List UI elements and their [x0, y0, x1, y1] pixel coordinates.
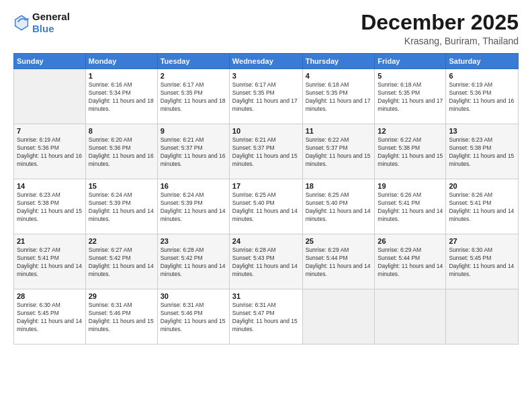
day-number: 27 [449, 237, 515, 245]
calendar-week-1: 1Sunrise: 6:16 AM Sunset: 5:34 PM Daylig… [14, 69, 519, 124]
day-info: Sunrise: 6:17 AM Sunset: 5:35 PM Dayligh… [161, 81, 226, 113]
day-info: Sunrise: 6:21 AM Sunset: 5:37 PM Dayligh… [161, 136, 226, 169]
calendar-week-3: 14Sunrise: 6:23 AM Sunset: 5:38 PM Dayli… [14, 179, 519, 234]
header-sunday: Sunday [14, 54, 86, 69]
header-tuesday: Tuesday [157, 54, 229, 69]
day-number: 31 [232, 292, 300, 300]
day-info: Sunrise: 6:30 AM Sunset: 5:45 PM Dayligh… [449, 246, 515, 279]
day-number: 11 [306, 127, 372, 135]
calendar-cell: 1Sunrise: 6:16 AM Sunset: 5:34 PM Daylig… [85, 69, 157, 124]
calendar-cell: 8Sunrise: 6:20 AM Sunset: 5:36 PM Daylig… [85, 124, 157, 179]
day-info: Sunrise: 6:26 AM Sunset: 5:41 PM Dayligh… [378, 191, 443, 224]
day-number: 17 [232, 182, 300, 190]
calendar-cell: 22Sunrise: 6:27 AM Sunset: 5:42 PM Dayli… [85, 234, 157, 289]
calendar-cell [14, 69, 86, 124]
day-info: Sunrise: 6:20 AM Sunset: 5:36 PM Dayligh… [89, 136, 154, 169]
day-info: Sunrise: 6:24 AM Sunset: 5:39 PM Dayligh… [161, 191, 226, 224]
day-number: 7 [17, 127, 83, 135]
day-number: 8 [89, 127, 154, 135]
calendar-cell: 24Sunrise: 6:28 AM Sunset: 5:43 PM Dayli… [229, 234, 302, 289]
day-number: 24 [232, 237, 300, 245]
page: General Blue December 2025 Krasang, Buri… [0, 0, 532, 411]
day-info: Sunrise: 6:28 AM Sunset: 5:42 PM Dayligh… [161, 246, 226, 279]
day-info: Sunrise: 6:29 AM Sunset: 5:44 PM Dayligh… [306, 246, 372, 279]
header-wednesday: Wednesday [229, 54, 302, 69]
day-number: 2 [161, 72, 226, 80]
day-info: Sunrise: 6:23 AM Sunset: 5:38 PM Dayligh… [449, 136, 515, 169]
calendar-cell: 28Sunrise: 6:30 AM Sunset: 5:45 PM Dayli… [14, 289, 86, 345]
calendar-cell: 19Sunrise: 6:26 AM Sunset: 5:41 PM Dayli… [375, 179, 446, 234]
day-number: 9 [161, 127, 226, 135]
calendar-cell: 4Sunrise: 6:18 AM Sunset: 5:35 PM Daylig… [302, 69, 375, 124]
calendar-cell: 18Sunrise: 6:25 AM Sunset: 5:40 PM Dayli… [302, 179, 375, 234]
calendar-cell: 3Sunrise: 6:17 AM Sunset: 5:35 PM Daylig… [229, 69, 302, 124]
location: Krasang, Buriram, Thailand [361, 36, 519, 46]
day-info: Sunrise: 6:23 AM Sunset: 5:38 PM Dayligh… [17, 191, 83, 224]
calendar-cell: 27Sunrise: 6:30 AM Sunset: 5:45 PM Dayli… [446, 234, 519, 289]
day-number: 10 [232, 127, 300, 135]
day-number: 23 [161, 237, 226, 245]
header-friday: Friday [375, 54, 446, 69]
day-info: Sunrise: 6:22 AM Sunset: 5:37 PM Dayligh… [306, 136, 372, 169]
calendar-table: Sunday Monday Tuesday Wednesday Thursday… [13, 53, 519, 345]
month-title: December 2025 [361, 11, 519, 34]
calendar-cell: 23Sunrise: 6:28 AM Sunset: 5:42 PM Dayli… [157, 234, 229, 289]
day-number: 18 [306, 182, 372, 190]
calendar-week-5: 28Sunrise: 6:30 AM Sunset: 5:45 PM Dayli… [14, 289, 519, 345]
calendar-cell: 6Sunrise: 6:19 AM Sunset: 5:36 PM Daylig… [446, 69, 519, 124]
calendar-cell: 15Sunrise: 6:24 AM Sunset: 5:39 PM Dayli… [85, 179, 157, 234]
day-number: 26 [378, 237, 443, 245]
calendar-cell: 20Sunrise: 6:26 AM Sunset: 5:41 PM Dayli… [446, 179, 519, 234]
calendar-header-row: Sunday Monday Tuesday Wednesday Thursday… [14, 54, 519, 69]
calendar-cell: 10Sunrise: 6:21 AM Sunset: 5:37 PM Dayli… [229, 124, 302, 179]
day-info: Sunrise: 6:24 AM Sunset: 5:39 PM Dayligh… [89, 191, 154, 224]
day-number: 12 [378, 127, 443, 135]
day-info: Sunrise: 6:25 AM Sunset: 5:40 PM Dayligh… [306, 191, 372, 224]
day-info: Sunrise: 6:25 AM Sunset: 5:40 PM Dayligh… [232, 191, 300, 224]
day-info: Sunrise: 6:19 AM Sunset: 5:36 PM Dayligh… [17, 136, 83, 169]
day-number: 29 [89, 292, 154, 300]
title-block: December 2025 Krasang, Buriram, Thailand [361, 11, 519, 46]
day-info: Sunrise: 6:21 AM Sunset: 5:37 PM Dayligh… [232, 136, 300, 169]
svg-marker-0 [14, 15, 28, 31]
calendar-cell: 16Sunrise: 6:24 AM Sunset: 5:39 PM Dayli… [157, 179, 229, 234]
general-blue-icon [13, 13, 30, 32]
calendar-cell: 17Sunrise: 6:25 AM Sunset: 5:40 PM Dayli… [229, 179, 302, 234]
calendar-cell [446, 289, 519, 345]
day-info: Sunrise: 6:27 AM Sunset: 5:42 PM Dayligh… [89, 246, 154, 279]
day-number: 19 [378, 182, 443, 190]
day-info: Sunrise: 6:17 AM Sunset: 5:35 PM Dayligh… [232, 81, 300, 113]
logo-text-block: General Blue [32, 11, 70, 35]
day-number: 6 [449, 72, 515, 80]
calendar-cell: 29Sunrise: 6:31 AM Sunset: 5:46 PM Dayli… [85, 289, 157, 345]
day-info: Sunrise: 6:27 AM Sunset: 5:41 PM Dayligh… [17, 246, 83, 279]
calendar-cell: 12Sunrise: 6:22 AM Sunset: 5:38 PM Dayli… [375, 124, 446, 179]
day-info: Sunrise: 6:28 AM Sunset: 5:43 PM Dayligh… [232, 246, 300, 279]
calendar-cell: 13Sunrise: 6:23 AM Sunset: 5:38 PM Dayli… [446, 124, 519, 179]
calendar-cell: 14Sunrise: 6:23 AM Sunset: 5:38 PM Dayli… [14, 179, 86, 234]
header-saturday: Saturday [446, 54, 519, 69]
day-number: 14 [17, 182, 83, 190]
day-info: Sunrise: 6:22 AM Sunset: 5:38 PM Dayligh… [378, 136, 443, 169]
day-number: 21 [17, 237, 83, 245]
calendar-cell: 26Sunrise: 6:29 AM Sunset: 5:44 PM Dayli… [375, 234, 446, 289]
calendar-cell: 5Sunrise: 6:18 AM Sunset: 5:35 PM Daylig… [375, 69, 446, 124]
calendar-cell: 30Sunrise: 6:31 AM Sunset: 5:46 PM Dayli… [157, 289, 229, 345]
day-number: 4 [306, 72, 372, 80]
day-info: Sunrise: 6:18 AM Sunset: 5:35 PM Dayligh… [306, 81, 372, 113]
header-monday: Monday [85, 54, 157, 69]
day-number: 1 [89, 72, 154, 80]
calendar-cell: 9Sunrise: 6:21 AM Sunset: 5:37 PM Daylig… [157, 124, 229, 179]
calendar-cell: 11Sunrise: 6:22 AM Sunset: 5:37 PM Dayli… [302, 124, 375, 179]
header-thursday: Thursday [302, 54, 375, 69]
day-info: Sunrise: 6:16 AM Sunset: 5:34 PM Dayligh… [89, 81, 154, 113]
day-info: Sunrise: 6:31 AM Sunset: 5:47 PM Dayligh… [232, 302, 300, 334]
day-info: Sunrise: 6:31 AM Sunset: 5:46 PM Dayligh… [161, 302, 226, 334]
day-number: 30 [161, 292, 226, 300]
day-number: 13 [449, 127, 515, 135]
logo: General Blue [13, 11, 70, 35]
calendar-cell: 25Sunrise: 6:29 AM Sunset: 5:44 PM Dayli… [302, 234, 375, 289]
header: General Blue December 2025 Krasang, Buri… [13, 11, 519, 46]
day-number: 28 [17, 292, 83, 300]
day-info: Sunrise: 6:30 AM Sunset: 5:45 PM Dayligh… [17, 302, 83, 334]
